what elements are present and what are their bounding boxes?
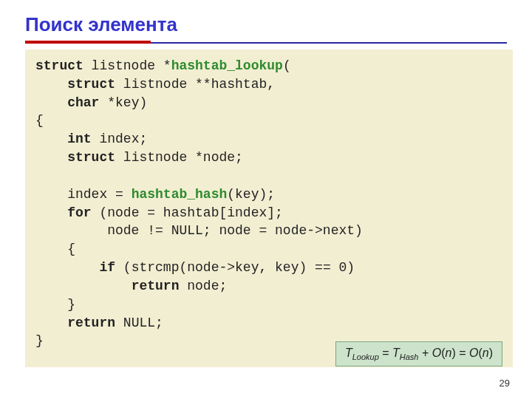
code-indent <box>35 187 67 202</box>
rule-red <box>25 41 151 44</box>
kw-char: char <box>67 95 99 110</box>
code-text: (node = hashtab[index]; <box>92 205 283 220</box>
code-text: listnode *node; <box>115 150 243 165</box>
code-indent <box>35 132 67 146</box>
O-symbol: O <box>469 347 478 359</box>
code-text: (key); <box>227 187 275 202</box>
code-indent <box>35 150 67 165</box>
code-line: } <box>35 297 75 312</box>
plus: + <box>419 347 432 359</box>
page-number: 29 <box>499 378 510 389</box>
sub-lookup: Lookup <box>352 352 379 361</box>
code-block: struct listnode *hashtab_lookup( struct … <box>25 50 513 367</box>
code-line: { <box>35 113 44 128</box>
code-text: index = <box>67 187 131 202</box>
T-symbol: T <box>392 347 400 359</box>
eq: = <box>456 347 469 359</box>
code-text: node; <box>179 279 227 293</box>
kw-return: return <box>132 279 180 293</box>
code-line: } <box>35 333 44 348</box>
n-symbol: n <box>482 347 489 359</box>
code-indent <box>35 77 67 92</box>
kw-int: int <box>67 132 91 146</box>
code-text: ( <box>283 58 291 73</box>
code-text: NULL; <box>115 316 163 330</box>
kw-struct: struct <box>67 150 115 165</box>
fn-lookup: hashtab_lookup <box>171 58 283 73</box>
code-indent <box>35 279 132 293</box>
O-symbol: O <box>432 347 441 359</box>
code-indent <box>35 316 67 330</box>
T-symbol: T <box>345 347 352 359</box>
kw-struct: struct <box>67 77 115 92</box>
rparen: ) <box>489 347 493 359</box>
eq: = <box>379 347 392 359</box>
code-indent <box>35 205 67 220</box>
title-underline <box>25 41 507 44</box>
kw-if: if <box>99 260 115 275</box>
code-line: { <box>35 242 75 256</box>
slide-title: Поиск элемента <box>25 13 507 36</box>
code-text: *key) <box>99 95 147 110</box>
fn-hash: hashtab_hash <box>132 187 228 202</box>
code-indent <box>35 95 67 110</box>
kw-for: for <box>67 205 91 220</box>
sub-hash: Hash <box>400 352 419 361</box>
code-text: listnode * <box>83 58 171 73</box>
code-line: node != NULL; node = node->next) <box>35 223 363 238</box>
slide: Поиск элемента struct listnode *hashtab_… <box>0 0 532 399</box>
code-text: index; <box>92 132 148 146</box>
complexity-box: TLookup = THash + O(n) = O(n) <box>335 341 502 366</box>
kw-struct: struct <box>35 58 83 73</box>
code-text: (strcmp(node->key, key) == 0) <box>115 260 355 275</box>
rule-blue <box>151 42 507 44</box>
code-text: listnode **hashtab, <box>115 77 275 92</box>
kw-return: return <box>67 316 115 330</box>
code-indent <box>35 260 99 275</box>
